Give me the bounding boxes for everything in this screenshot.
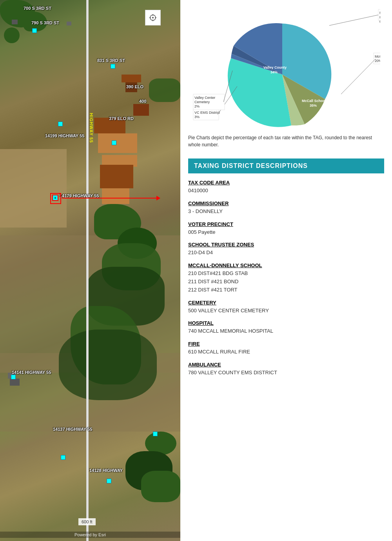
pie-chart-container: McCall Memorial Hospital 6% McCall Fire … bbox=[188, 8, 384, 129]
district-item-ambulance: AMBULANCE 780 VALLEY COUNTY EMS DISTRICT bbox=[188, 362, 384, 377]
marker-1[interactable] bbox=[32, 28, 37, 33]
hospital-connector bbox=[329, 15, 378, 26]
hospital-pct: 6% bbox=[379, 20, 380, 24]
cemetery-pct: 2% bbox=[194, 104, 200, 108]
address-label-1: 700 S 3RD ST bbox=[24, 6, 51, 11]
district-label-commissioner: COMMISSIONER bbox=[188, 200, 384, 206]
address-label-4: 390 ELO bbox=[126, 84, 143, 89]
marker-4[interactable] bbox=[112, 140, 116, 145]
district-value-hospital: 740 MCCALL MEMORIAL HOSPITAL bbox=[188, 328, 273, 334]
address-label-11: 14128 HIGHWAY bbox=[89, 468, 123, 473]
marker-6[interactable] bbox=[153, 432, 158, 436]
hospital-label-pct: Hospital bbox=[379, 15, 380, 19]
map-background: HIGHWAY 55 700 S 3RD ST 790 S 3RD ST 831… bbox=[0, 0, 180, 541]
section-header: TAXING DISTRICT DESCRIPTIONS bbox=[188, 158, 384, 173]
marker-3[interactable] bbox=[58, 122, 63, 126]
address-label-7: 14199 HIGHWAY 55 bbox=[45, 133, 84, 138]
district-value-fire: 610 MCCALL RURAL FIRE bbox=[188, 349, 250, 355]
address-label-2: 790 S 3RD ST bbox=[31, 20, 59, 25]
locate-icon bbox=[149, 14, 157, 22]
school-label: McCall School bbox=[302, 99, 326, 103]
address-label-9: 14141 HIGHWAY 55 bbox=[12, 370, 51, 375]
esri-attribution: Powered by Esri bbox=[0, 532, 180, 538]
cemetery-label-text1: Valley Center bbox=[194, 96, 215, 100]
scale-bar: 600 ft bbox=[78, 518, 96, 525]
fire-connector bbox=[341, 59, 376, 94]
district-item-fire: FIRE 610 MCCALL RURAL FIRE bbox=[188, 341, 384, 356]
marker-7[interactable] bbox=[61, 455, 65, 460]
district-value-commissioner: 3 - DONNELLY bbox=[188, 208, 223, 214]
pie-chart: McCall Memorial Hospital 6% McCall Fire … bbox=[192, 8, 380, 129]
district-label-mccall-school: MCCALL-DONNELLY SCHOOL bbox=[188, 262, 384, 268]
address-label-10: 14137 HIGHWAY 55 bbox=[53, 427, 92, 432]
address-label-5: 400 bbox=[139, 99, 146, 104]
district-section: TAXING DISTRICT DESCRIPTIONS TAX CODE AR… bbox=[180, 158, 392, 390]
hospital-label-text: McCall Memorial bbox=[379, 11, 380, 15]
valley-county-label: Valley County bbox=[263, 66, 287, 69]
fire-pct: 20% bbox=[375, 59, 380, 63]
marker-2[interactable] bbox=[111, 64, 115, 69]
highway-label: HIGHWAY 55 bbox=[89, 113, 94, 143]
locate-button[interactable] bbox=[145, 10, 161, 26]
svg-point-5 bbox=[152, 17, 154, 18]
fire-label-text: McCall Fire & EMS bbox=[375, 55, 380, 58]
district-label-tax-code: TAX CODE AREA bbox=[188, 180, 384, 186]
district-item-mccall-school: MCCALL-DONNELLY SCHOOL 210 DIST#421 BDG … bbox=[188, 262, 384, 294]
district-value-tax-code: 0410000 bbox=[188, 188, 208, 193]
selected-marker[interactable] bbox=[52, 195, 58, 201]
marker-5[interactable] bbox=[11, 375, 16, 379]
district-item-school-trustee: SCHOOL TRUSTEE ZONES 210-D4 D4 bbox=[188, 242, 384, 257]
district-value-ambulance: 780 VALLEY COUNTY EMS DISTRICT bbox=[188, 370, 277, 375]
address-label-3: 831 S 3RD ST bbox=[97, 58, 125, 63]
district-value-mccall-school: 210 DIST#421 BDG STAB 211 DIST #421 BOND… bbox=[188, 270, 384, 294]
district-item-hospital: HOSPITAL 740 MCCALL MEMORIAL HOSPITAL bbox=[188, 320, 384, 335]
selection-arrow bbox=[62, 198, 160, 199]
district-value-school-trustee: 210-D4 D4 bbox=[188, 250, 213, 255]
district-item-commissioner: COMMISSIONER 3 - DONNELLY bbox=[188, 200, 384, 216]
right-panel: McCall Memorial Hospital 6% McCall Fire … bbox=[180, 0, 392, 541]
district-label-ambulance: AMBULANCE bbox=[188, 362, 384, 368]
school-pct: 35% bbox=[310, 104, 317, 107]
ems-label-text: VC EMS District bbox=[194, 111, 220, 115]
map-panel: HIGHWAY 55 700 S 3RD ST 790 S 3RD ST 831… bbox=[0, 0, 180, 541]
chart-section: McCall Memorial Hospital 6% McCall Fire … bbox=[180, 0, 392, 158]
district-item-cemetery: CEMETERY 500 VALLEY CENTER CEMETERY bbox=[188, 300, 384, 315]
address-label-6: 379 ELO RD bbox=[109, 116, 134, 121]
district-label-cemetery: CEMETERY bbox=[188, 300, 384, 306]
district-value-voter-precinct: 005 Payette bbox=[188, 229, 215, 235]
highway-road bbox=[86, 0, 89, 541]
district-label-hospital: HOSPITAL bbox=[188, 320, 384, 326]
district-label-school-trustee: SCHOOL TRUSTEE ZONES bbox=[188, 242, 384, 248]
district-item-voter-precinct: VOTER PRECINCT 005 Payette bbox=[188, 221, 384, 237]
chart-note: Pie Charts depict the percentage of each… bbox=[188, 134, 384, 148]
scale-label: 600 ft bbox=[82, 519, 93, 524]
valley-county-pct: 34% bbox=[270, 70, 278, 74]
cemetery-label-text2: Cemetery bbox=[194, 100, 210, 104]
district-label-fire: FIRE bbox=[188, 341, 384, 347]
district-value-cemetery: 500 VALLEY CENTER CEMETERY bbox=[188, 308, 269, 313]
marker-8[interactable] bbox=[107, 479, 111, 483]
ems-pct: 3% bbox=[194, 115, 200, 119]
district-item-tax-code: TAX CODE AREA 0410000 bbox=[188, 180, 384, 195]
district-label-voter-precinct: VOTER PRECINCT bbox=[188, 221, 384, 227]
